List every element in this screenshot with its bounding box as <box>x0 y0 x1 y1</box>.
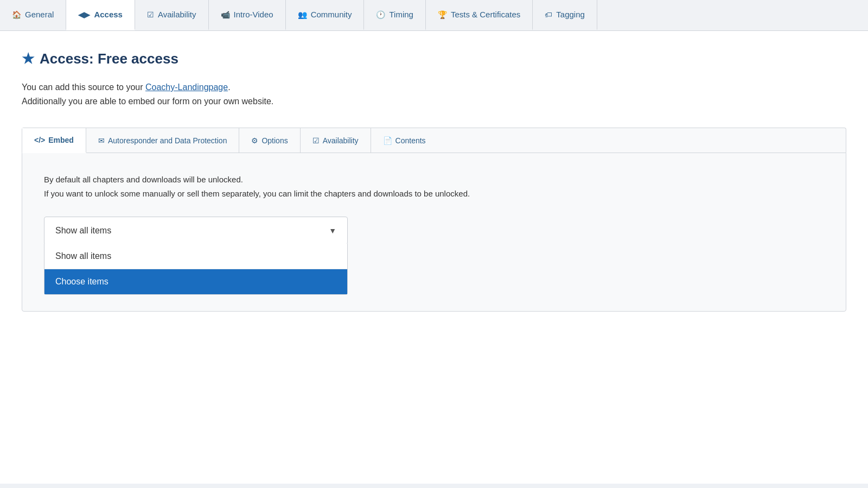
sub-tabs: </> Embed ✉ Autoresponder and Data Prote… <box>22 128 846 153</box>
dropdown-options-list: Show all items Choose items <box>44 244 348 295</box>
panel-description: By default all chapters and downloads wi… <box>44 173 824 200</box>
items-dropdown-trigger[interactable]: Show all items ▼ <box>44 217 348 245</box>
home-icon: 🏠 <box>12 10 21 19</box>
dropdown-option-show-all[interactable]: Show all items <box>44 244 347 269</box>
sub-tab-embed-label: Embed <box>48 136 74 144</box>
sub-tab-availability[interactable]: ☑ Availability <box>301 128 371 153</box>
availability-icon: ☑ <box>147 10 154 19</box>
tab-access-label: Access <box>94 10 123 19</box>
panel-desc-line2: If you want to unlock some manually or s… <box>44 189 470 198</box>
page-title-text: Access: Free access <box>40 50 178 67</box>
description-period: . <box>228 83 230 92</box>
page-description: You can add this source to your Coachy-L… <box>22 80 846 108</box>
community-icon: 👥 <box>298 10 307 19</box>
tab-general-label: General <box>25 10 54 19</box>
sub-tab-embed[interactable]: </> Embed <box>22 128 86 153</box>
document-icon: 📄 <box>383 136 392 145</box>
tab-panel: By default all chapters and downloads wi… <box>22 153 846 312</box>
tab-intro-video-label: Intro-Video <box>234 10 273 19</box>
tab-intro-video[interactable]: 📹 Intro-Video <box>209 0 286 30</box>
chevron-down-icon: ▼ <box>329 226 336 235</box>
tab-general[interactable]: 🏠 General <box>0 0 66 30</box>
top-navigation: 🏠 General ◀▶ Access ☑ Availability 📹 Int… <box>0 0 868 31</box>
trophy-icon: 🏆 <box>438 10 447 19</box>
tab-availability[interactable]: ☑ Availability <box>135 0 209 30</box>
check-square-icon: ☑ <box>312 136 320 145</box>
access-icon: ◀▶ <box>78 10 90 19</box>
tab-timing[interactable]: 🕐 Timing <box>364 0 425 30</box>
tab-availability-label: Availability <box>158 10 196 19</box>
sub-tab-autoresponder[interactable]: ✉ Autoresponder and Data Protection <box>86 128 239 153</box>
sub-tab-options[interactable]: ⚙ Options <box>239 128 300 153</box>
tab-tagging[interactable]: 🏷 Tagging <box>533 0 597 30</box>
dropdown-current-value: Show all items <box>55 226 111 236</box>
sub-tab-options-label: Options <box>261 136 288 145</box>
tab-access[interactable]: ◀▶ Access <box>66 0 135 30</box>
tab-community[interactable]: 👥 Community <box>286 0 365 30</box>
sub-tab-contents-label: Contents <box>395 136 426 145</box>
coachy-landingpage-link[interactable]: Coachy-Landingpage <box>145 83 228 92</box>
tab-tests-certificates-label: Tests & Certificates <box>451 10 520 19</box>
page-title: ★ Access: Free access <box>22 50 846 67</box>
embed-code-icon: </> <box>34 136 45 144</box>
panel-desc-line1: By default all chapters and downloads wi… <box>44 175 243 184</box>
sub-tab-contents[interactable]: 📄 Contents <box>371 128 438 153</box>
sub-tab-availability-label: Availability <box>323 136 359 145</box>
video-icon: 📹 <box>221 10 230 19</box>
dropdown-option-show-all-label: Show all items <box>55 251 111 261</box>
timing-icon: 🕐 <box>376 10 385 19</box>
tag-icon: 🏷 <box>545 10 552 19</box>
tab-community-label: Community <box>311 10 352 19</box>
star-icon: ★ <box>22 50 34 67</box>
main-content: ★ Access: Free access You can add this s… <box>0 31 868 484</box>
dropdown-option-choose-items[interactable]: Choose items <box>44 269 347 294</box>
tab-tagging-label: Tagging <box>556 10 585 19</box>
description-text-1: You can add this source to your <box>22 83 145 92</box>
gear-icon: ⚙ <box>251 136 258 145</box>
mail-icon: ✉ <box>98 136 105 145</box>
tab-timing-label: Timing <box>389 10 413 19</box>
tab-tests-certificates[interactable]: 🏆 Tests & Certificates <box>426 0 533 30</box>
description-text-3: Additionally you are able to embed our f… <box>22 97 273 106</box>
sub-tab-autoresponder-label: Autoresponder and Data Protection <box>108 136 227 145</box>
dropdown-option-choose-items-label: Choose items <box>55 277 108 286</box>
items-dropdown-container: Show all items ▼ Show all items Choose i… <box>44 217 348 245</box>
